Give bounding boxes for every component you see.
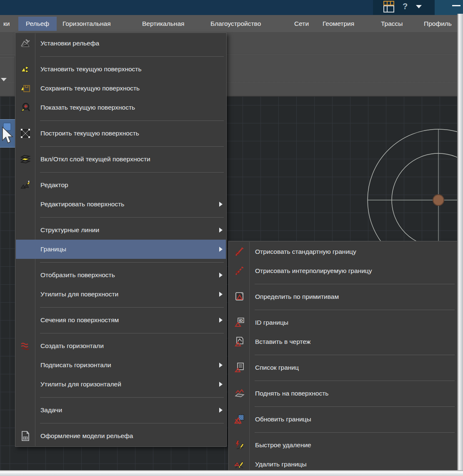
title-bar: ? xyxy=(0,0,463,15)
boundary-id-icon: ID xyxy=(234,317,245,328)
combobox-caret-icon[interactable] xyxy=(1,78,7,81)
menu-item-label: Сохранить текущую поверхность xyxy=(40,85,140,92)
menu-item-label: Обновить границы xyxy=(255,416,311,423)
menu-item-5[interactable]: Вставить в чертеж xyxy=(229,332,457,351)
grip-point xyxy=(433,195,444,205)
menu-item-5[interactable]: Построить текущую поверхность xyxy=(16,124,226,143)
menu-item-9[interactable]: Структурные линии xyxy=(16,220,226,240)
menubar-item-8[interactable]: Трассы xyxy=(381,15,403,32)
menu-separator xyxy=(40,172,224,173)
menu-item-label: Быстрое удаление xyxy=(255,441,311,448)
application-window: ? киРельефГоризонтальнаяВертикальнаяБлаг… xyxy=(0,0,463,476)
menu-item-7[interactable]: Поднять на поверхность xyxy=(229,384,457,403)
menubar-item-9[interactable]: Профиль xyxy=(424,15,452,32)
menu-item-6[interactable]: Список границ xyxy=(229,358,457,377)
layer-combobox[interactable] xyxy=(0,56,15,96)
menu-separator xyxy=(255,355,455,355)
menu-item-7[interactable]: Редактор xyxy=(16,175,226,195)
menu-item-label: Построить текущую поверхность xyxy=(40,130,139,137)
menu-item-14[interactable]: Создать горизонтали xyxy=(16,336,226,356)
menu-item-12[interactable]: Утилиты для поверхности xyxy=(16,285,226,304)
menu-item-13[interactable]: Сечения по поверхностям xyxy=(16,311,226,330)
minimize-icon[interactable] xyxy=(452,5,460,6)
delete-boundaries-icon xyxy=(234,459,245,470)
surface-editor-icon xyxy=(20,180,31,190)
menu-item-4[interactable]: Показать текущую поверхность xyxy=(16,98,226,117)
menu-item-label: Сечения по поверхностям xyxy=(40,316,119,323)
menubar-item-7[interactable]: Геометрия xyxy=(323,15,354,32)
menubar-item-3[interactable]: Горизонтальная xyxy=(63,15,111,32)
menu-separator xyxy=(40,217,224,218)
menu-item-label: Утилиты для горизонталей xyxy=(40,381,121,388)
menubar-item-1[interactable]: ки xyxy=(3,15,10,32)
create-contours-icon xyxy=(20,341,31,351)
menu-item-17[interactable]: Задачи xyxy=(16,401,226,420)
window-layout-icon[interactable] xyxy=(383,1,395,13)
menu-item-label: Подписать горизонтали xyxy=(40,361,111,368)
menu-separator xyxy=(40,262,224,263)
define-by-primitives-icon xyxy=(234,291,245,302)
menu-item-1[interactable]: Отрисовать стандартную границу xyxy=(229,242,457,261)
submenu-arrow-icon xyxy=(219,292,223,297)
menu-item-11[interactable]: Отобразить поверхность xyxy=(16,266,226,285)
submenu-arrow-icon xyxy=(219,318,223,323)
menu-item-label: Список границ xyxy=(255,364,299,371)
menu-item-8[interactable]: Обновить границы xyxy=(229,410,457,429)
menu-item-label: Структурные линии xyxy=(40,226,99,233)
insert-into-drawing-icon xyxy=(234,336,245,347)
submenu-arrow-icon xyxy=(219,408,223,413)
menu-item-label: Определить по примитивам xyxy=(255,293,339,300)
menu-item-10[interactable]: Удалить границы xyxy=(229,455,457,471)
menu-item-3[interactable]: Сохранить текущую поверхность xyxy=(16,79,226,98)
set-current-surface-icon xyxy=(20,64,31,75)
menu-item-9[interactable]: Быстрое удаление xyxy=(229,436,457,455)
submenu-arrow-icon xyxy=(219,382,223,387)
menu-item-4[interactable]: ID границы xyxy=(229,313,457,332)
menu-item-10[interactable]: Границы xyxy=(16,240,226,259)
menu-item-label: Удалить границы xyxy=(255,461,307,468)
menu-item-label: Редактор xyxy=(40,181,68,188)
menubar-item-2[interactable]: Рельеф xyxy=(18,17,57,31)
menu-item-3[interactable]: Определить по примитивам xyxy=(229,287,457,306)
window-edge-bottom xyxy=(0,470,463,476)
show-current-surface-icon xyxy=(20,102,31,113)
update-boundaries-icon xyxy=(234,414,245,425)
menu-separator xyxy=(40,120,224,121)
submenu-arrow-icon xyxy=(219,228,223,233)
dropdown-caret-icon[interactable] xyxy=(416,5,422,8)
menu-item-2[interactable]: Установить текущую поверхность xyxy=(16,60,226,79)
menu-separator xyxy=(255,284,455,284)
menu-item-8[interactable]: Редактировать поверхность xyxy=(16,195,226,214)
terrain-settings-icon xyxy=(20,38,31,49)
menu-separator xyxy=(255,310,455,310)
menu-item-label: Утилиты для поверхности xyxy=(40,291,118,298)
build-current-surface-icon xyxy=(20,128,31,139)
menu-item-label: ID границы xyxy=(255,319,288,326)
menu-item-18[interactable]: Оформление модели рельефа xyxy=(16,426,226,446)
menu-item-16[interactable]: Утилиты для горизонталей xyxy=(16,375,226,394)
select-tool-button[interactable] xyxy=(0,119,16,148)
menubar-item-6[interactable]: Сети xyxy=(294,15,309,32)
menu-separator xyxy=(255,406,455,407)
help-icon[interactable]: ? xyxy=(403,2,408,11)
submenu-arrow-icon xyxy=(219,273,223,278)
boundaries-submenu: Отрисовать стандартную границуОтрисовать… xyxy=(228,241,458,471)
menubar-item-4[interactable]: Вертикальная xyxy=(142,15,184,32)
menu-item-label: Создать горизонтали xyxy=(40,342,104,349)
menu-separator xyxy=(40,423,224,423)
menu-item-label: Вкл/Откл слой текущей поверхности xyxy=(40,155,150,163)
menu-item-15[interactable]: Подписать горизонтали xyxy=(16,356,226,375)
menu-separator xyxy=(40,333,224,333)
menu-item-label: Границы xyxy=(40,246,66,253)
menu-item-label: Отобразить поверхность xyxy=(40,271,115,278)
menu-item-1[interactable]: Установки рельефа xyxy=(16,34,226,53)
menu-item-label: Отрисовать интерполируемую границу xyxy=(255,267,372,274)
menu-item-label: Показать текущую поверхность xyxy=(40,104,135,111)
menu-separator xyxy=(40,397,224,398)
window-edge-right xyxy=(457,14,463,476)
menu-bar: киРельефГоризонтальнаяВертикальнаяБлагоу… xyxy=(0,15,463,32)
cursor-select-icon xyxy=(0,120,14,146)
menu-item-2[interactable]: Отрисовать интерполируемую границу xyxy=(229,261,457,281)
menubar-item-5[interactable]: Благоустройство xyxy=(210,15,261,32)
menu-item-6[interactable]: Вкл/Откл слой текущей поверхности xyxy=(16,150,226,169)
